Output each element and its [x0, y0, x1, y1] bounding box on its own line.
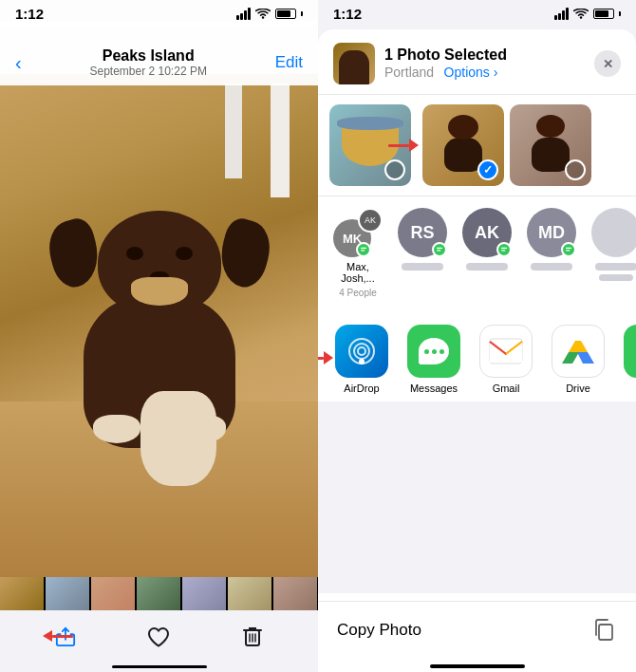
left-bottom-toolbar [0, 577, 318, 672]
messages-icon [407, 325, 460, 378]
strip-dog2-head [536, 115, 565, 138]
copy-photo-label: Copy Photo [337, 621, 421, 640]
arrow-head-right [409, 139, 419, 152]
contact-msg-badge-ak [496, 242, 512, 257]
svg-marker-4 [577, 352, 594, 364]
svg-marker-3 [562, 352, 579, 364]
right-time: 1:12 [333, 6, 362, 22]
left-panel: 1:12 ‹ Peaks I [0, 0, 318, 672]
thumbnail-4[interactable] [137, 577, 180, 610]
dog-photo-bg [0, 74, 318, 577]
thumbnail-2[interactable] [46, 577, 89, 610]
airdrop-arrow-head [324, 351, 333, 364]
main-photo [0, 74, 318, 577]
contact-sub-initials: AK [365, 215, 376, 225]
thumbnail-6[interactable] [228, 577, 271, 610]
contact-name-za [595, 263, 636, 271]
thumbnail-3[interactable] [91, 577, 135, 610]
apps-section: AirDrop Messages [318, 313, 636, 401]
dog-eye-right [176, 247, 193, 260]
share-location: Portland [384, 65, 434, 80]
thumbnail-7[interactable] [273, 577, 317, 610]
contact-item-ak[interactable]: AK [458, 208, 515, 298]
contact-item-multi[interactable]: MK AK Max, Josh,... 4 People [329, 208, 386, 298]
strip-dog-torso [444, 138, 482, 172]
right-status-bar: 1:12 [318, 0, 636, 26]
dog-eye-left [126, 247, 143, 260]
contact-subname-za [599, 274, 633, 281]
contact-msg-badge-1 [356, 242, 371, 257]
msg-dot-2 [432, 349, 437, 354]
contact-avatar-za [591, 208, 636, 257]
messages-dots [424, 349, 444, 354]
right-panel: 1:12 [318, 0, 636, 672]
messages-mini-icon-ak [500, 246, 508, 253]
dog-body [65, 211, 254, 476]
apps-row: AirDrop Messages [318, 325, 636, 394]
home-indicator-left [112, 665, 207, 668]
like-button[interactable] [140, 618, 178, 656]
photo-2-select[interactable]: ✓ [477, 159, 498, 180]
contact-name-placeholder-rs [402, 263, 443, 271]
table-leg-2 [225, 84, 242, 178]
drive-icon-container [552, 325, 605, 378]
right-battery-tip [619, 11, 621, 16]
thumbnail-1[interactable] [0, 577, 44, 610]
right-battery-icon [593, 9, 614, 19]
back-button[interactable]: ‹ [15, 52, 22, 74]
thumbnail-5[interactable] [182, 577, 226, 610]
airdrop-ring-inner [357, 346, 366, 356]
delete-button[interactable] [234, 618, 271, 656]
app-item-airdrop[interactable]: AirDrop [333, 325, 390, 394]
checkmark-icon: ✓ [483, 164, 493, 176]
share-location-row: Portland Options › [384, 64, 594, 81]
copy-photo-row[interactable]: Copy Photo [318, 601, 636, 659]
share-header: 1 Photo Selected Portland Options › ✕ [318, 29, 636, 95]
msg-dot-3 [440, 349, 444, 354]
app-item-gmail[interactable]: Gmail [477, 325, 534, 394]
gmail-label: Gmail [493, 383, 520, 394]
dog-torso [84, 296, 235, 448]
dog-ear-right [213, 215, 275, 292]
edit-button[interactable]: Edit [275, 53, 303, 72]
contact-initials-ak: AK [475, 223, 499, 243]
dog-paw-right [178, 415, 226, 443]
share-options-link[interactable]: Options › [444, 65, 498, 80]
strip-photo-3[interactable] [510, 104, 591, 186]
strip-dog-head [448, 115, 478, 140]
home-indicator-right [430, 664, 525, 668]
album-subtitle: September 2 10:22 PM [89, 65, 206, 78]
battery-icon [275, 9, 296, 19]
right-signal-icon [554, 8, 569, 20]
share-header-text: 1 Photo Selected Portland Options › [384, 47, 594, 81]
strip-arrow [388, 139, 419, 152]
app-item-messages[interactable]: Messages [405, 325, 462, 394]
svg-rect-8 [599, 625, 612, 640]
photo-3-select[interactable] [565, 159, 586, 180]
contact-item-md[interactable]: MD [523, 208, 580, 298]
share-thumbnail [333, 43, 375, 84]
thumbnail-strip [0, 577, 318, 610]
strip-photo-2[interactable]: ✓ [422, 104, 504, 186]
share-thumb-dog-img [339, 50, 369, 84]
contact-item-rs[interactable]: RS [394, 208, 451, 298]
photo-strip: ✓ [318, 95, 636, 196]
contact-sub-avatar: AK [358, 208, 383, 233]
app-item-drive[interactable]: Drive [550, 325, 607, 394]
contact-item-za[interactable] [588, 208, 636, 298]
messages-mini-icon-md [565, 246, 572, 253]
dog-head [98, 211, 221, 315]
airdrop-rings-icon [346, 336, 377, 366]
share-close-button[interactable]: ✕ [594, 50, 621, 77]
arrow-shaft [388, 144, 409, 147]
sheet-spacer [318, 401, 636, 593]
left-time: 1:12 [15, 6, 44, 22]
left-nav: ‹ Peaks Island September 2 10:22 PM Edit [0, 21, 318, 85]
app-item-face[interactable]: Fac... [622, 325, 636, 394]
contact-msg-badge-rs [432, 242, 447, 257]
messages-label: Messages [410, 383, 458, 394]
right-wifi-icon [573, 9, 589, 20]
photo-1-select[interactable] [384, 159, 405, 180]
battery-tip [301, 11, 303, 16]
msg-dot-1 [424, 349, 429, 354]
